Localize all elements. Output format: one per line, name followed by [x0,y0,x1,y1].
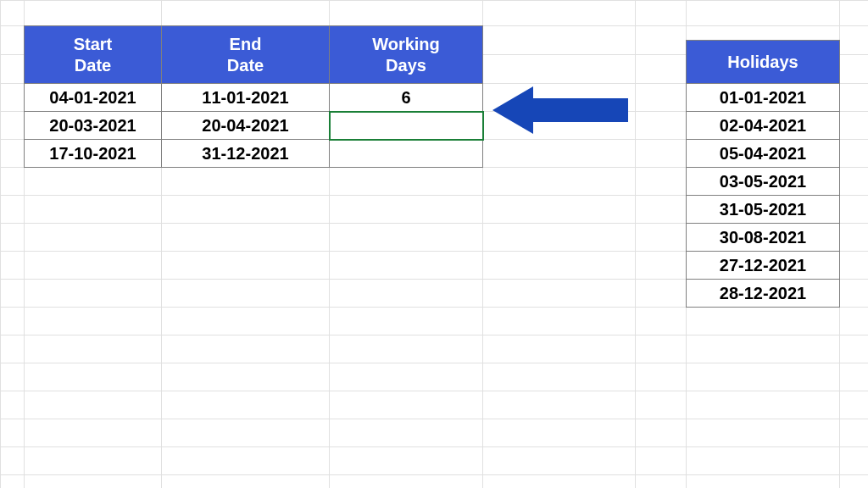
svg-marker-0 [492,86,628,134]
cell-holiday[interactable]: 02-04-2021 [687,112,840,140]
cell-holiday[interactable]: 30-08-2021 [687,224,840,252]
cell-end-date[interactable]: 11-01-2021 [162,84,330,112]
table-row: 04-01-2021 11-01-2021 6 [25,84,483,112]
cell-holiday[interactable]: 31-05-2021 [687,196,840,224]
table-row: 02-04-2021 [687,112,840,140]
cell-holiday[interactable]: 28-12-2021 [687,280,840,308]
cell-end-date[interactable]: 31-12-2021 [162,140,330,168]
cell-start-date[interactable]: 17-10-2021 [25,140,162,168]
arrow-left-icon [492,86,628,134]
table-row: 03-05-2021 [687,168,840,196]
main-table-header-row: Start Date End Date Working Days [25,26,483,84]
table-row: 31-05-2021 [687,196,840,224]
table-row: 01-01-2021 [687,84,840,112]
cell-working-days[interactable]: 6 [330,84,483,112]
main-data-table: Start Date End Date Working Days 04-01-2… [24,25,483,168]
cell-end-date[interactable]: 20-04-2021 [162,112,330,140]
cell-holiday[interactable]: 01-01-2021 [687,84,840,112]
cell-holiday[interactable]: 27-12-2021 [687,252,840,280]
holidays-header-row: Holidays [687,41,840,84]
table-row: 28-12-2021 [687,280,840,308]
table-row: 17-10-2021 31-12-2021 [25,140,483,168]
table-row: 20-03-2021 20-04-2021 [25,112,483,140]
cell-working-days-selected[interactable] [330,112,483,140]
header-holidays[interactable]: Holidays [687,41,840,84]
cell-holiday[interactable]: 03-05-2021 [687,168,840,196]
cell-start-date[interactable]: 20-03-2021 [25,112,162,140]
header-working-days[interactable]: Working Days [330,26,483,84]
table-row: 27-12-2021 [687,252,840,280]
holidays-table: Holidays 01-01-2021 02-04-2021 05-04-202… [686,40,840,308]
header-start-date[interactable]: Start Date [25,26,162,84]
cell-holiday[interactable]: 05-04-2021 [687,140,840,168]
table-row: 05-04-2021 [687,140,840,168]
table-row: 30-08-2021 [687,224,840,252]
cell-start-date[interactable]: 04-01-2021 [25,84,162,112]
cell-working-days[interactable] [330,140,483,168]
header-end-date[interactable]: End Date [162,26,330,84]
